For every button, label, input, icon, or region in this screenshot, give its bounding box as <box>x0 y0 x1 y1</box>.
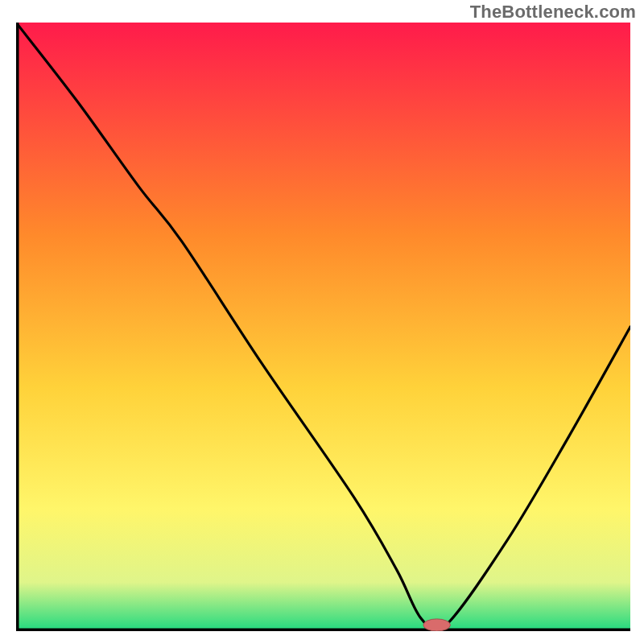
chart-container: TheBottleneck.com <box>0 0 644 644</box>
chart-svg <box>16 23 630 631</box>
min-marker <box>423 619 451 631</box>
gradient-background <box>16 23 630 631</box>
plot-area <box>16 23 630 631</box>
watermark-text: TheBottleneck.com <box>470 2 636 23</box>
